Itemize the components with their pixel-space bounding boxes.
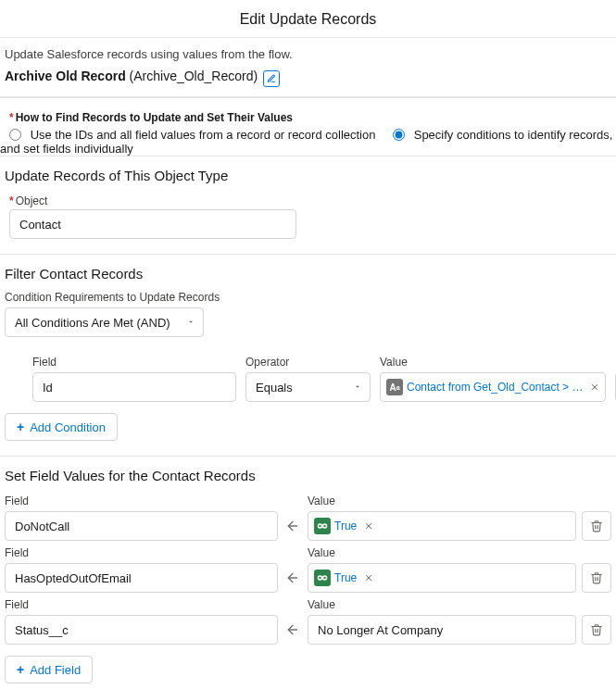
text-variable-icon: Aa xyxy=(386,379,403,395)
add-field-label: Add Field xyxy=(30,663,81,677)
element-api-name: (Archive_Old_Record) xyxy=(130,69,258,83)
clear-icon[interactable] xyxy=(590,381,599,395)
dialog-title: Edit Update Records xyxy=(0,0,616,38)
chevron-down-icon xyxy=(353,381,362,395)
delete-field-button[interactable] xyxy=(582,511,611,541)
delete-field-button[interactable] xyxy=(582,563,611,593)
fv-field: HasOptedOutOfEmail xyxy=(15,571,132,585)
element-name-row: Archive Old Record (Archive_Old_Record) xyxy=(0,65,616,96)
condition-req-select[interactable]: All Conditions Are Met (AND) xyxy=(5,307,204,337)
delete-field-button[interactable] xyxy=(582,615,611,645)
plus-icon: + xyxy=(17,420,24,434)
fv-field-input[interactable]: HasOptedOutOfEmail xyxy=(5,563,278,593)
pencil-icon[interactable] xyxy=(263,70,280,87)
cond-value-pill: Contact from Get_Old_Contact > … xyxy=(407,381,583,394)
fv-value-label: Value xyxy=(308,545,576,561)
fv-value-label: Value xyxy=(308,596,576,613)
chevron-down-icon xyxy=(186,316,195,330)
condition-req-value: All Conditions Are Met (AND) xyxy=(15,316,170,330)
cond-field-value: Id xyxy=(43,381,53,395)
add-condition-label: Add Condition xyxy=(30,420,106,434)
fv-value-input[interactable]: True xyxy=(308,511,576,541)
fv-field-label: Field xyxy=(5,596,278,613)
add-condition-button[interactable]: + Add Condition xyxy=(5,413,118,441)
cond-operator-label: Operator xyxy=(245,354,371,370)
boolean-icon xyxy=(314,518,331,534)
boolean-icon xyxy=(314,570,331,586)
fv-value-label: Value xyxy=(308,493,576,509)
cond-operator-select[interactable]: Equals xyxy=(245,372,371,402)
filter-section-title: Filter Contact Records xyxy=(0,255,616,287)
fv-field: DoNotCall xyxy=(15,520,69,533)
object-input[interactable]: Contact xyxy=(9,209,296,239)
fv-field-input[interactable]: DoNotCall xyxy=(5,511,278,541)
arrow-left-icon xyxy=(283,519,302,533)
fv-value-input[interactable]: True xyxy=(308,563,576,593)
dialog-description: Update Salesforce records using values f… xyxy=(0,38,616,65)
arrow-left-icon xyxy=(283,570,302,585)
svg-point-8 xyxy=(319,576,322,580)
fv-value: No Longer At Company xyxy=(318,623,443,637)
fv-value: True xyxy=(334,520,357,532)
clear-icon[interactable] xyxy=(364,520,373,533)
cond-field-label: Field xyxy=(32,354,236,370)
radio-specify-conditions-input[interactable] xyxy=(393,129,405,141)
fv-value-input[interactable]: No Longer At Company xyxy=(308,615,576,645)
cond-field-input[interactable]: Id xyxy=(32,372,236,402)
fv-value: True xyxy=(334,571,357,584)
fv-field: Status__c xyxy=(15,623,69,637)
svg-point-4 xyxy=(323,524,327,528)
fv-field-input[interactable]: Status__c xyxy=(5,615,278,645)
how-to-heading: How to Find Records to Update and Set Th… xyxy=(0,98,616,128)
arrow-left-icon xyxy=(283,622,302,637)
cond-value-label: Value xyxy=(380,354,572,370)
svg-point-3 xyxy=(319,524,322,528)
fv-field-label: Field xyxy=(5,493,278,509)
object-label: Object xyxy=(9,193,611,209)
fv-field-label: Field xyxy=(5,545,278,561)
condition-req-label: Condition Requirements to Update Records xyxy=(5,289,611,306)
object-value: Contact xyxy=(19,218,61,232)
plus-icon: + xyxy=(17,662,24,677)
element-name: Archive Old Record xyxy=(5,69,126,83)
svg-point-9 xyxy=(323,576,327,580)
add-field-button[interactable]: + Add Field xyxy=(5,656,93,683)
clear-icon[interactable] xyxy=(364,571,373,585)
cond-operator-value: Equals xyxy=(256,381,293,395)
cond-value-input[interactable]: Aa Contact from Get_Old_Contact > … xyxy=(380,372,606,402)
set-section-title: Set Field Values for the Contact Records xyxy=(0,457,616,489)
